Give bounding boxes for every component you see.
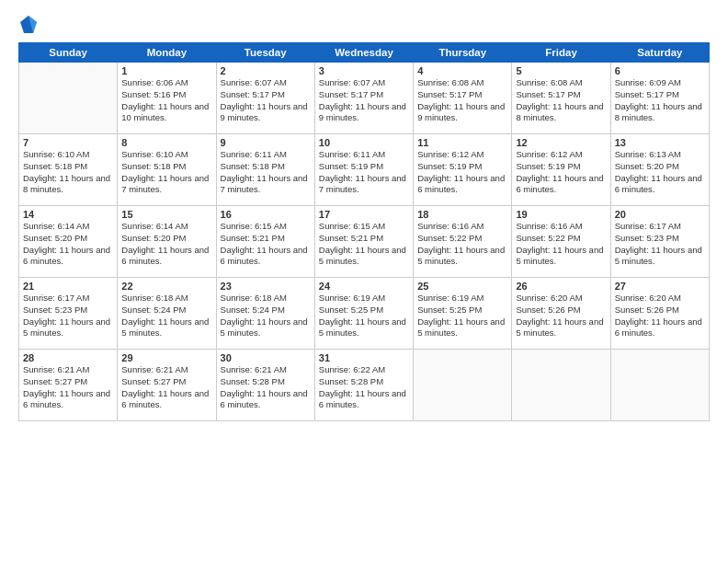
cell-info: Sunrise: 6:10 AMSunset: 5:18 PMDaylight:… [23,149,113,196]
day-number: 31 [319,352,409,363]
cell-info: Sunrise: 6:12 AMSunset: 5:19 PMDaylight:… [417,149,507,196]
calendar-cell: 1Sunrise: 6:06 AMSunset: 5:16 PMDaylight… [118,63,216,134]
cell-info: Sunrise: 6:21 AMSunset: 5:28 PMDaylight:… [221,364,311,411]
cell-info: Sunrise: 6:16 AMSunset: 5:22 PMDaylight:… [417,221,507,268]
calendar-cell: 20Sunrise: 6:17 AMSunset: 5:23 PMDayligh… [610,206,709,278]
day-number: 14 [23,209,113,220]
day-number: 6 [615,65,705,76]
cell-info: Sunrise: 6:17 AMSunset: 5:23 PMDaylight:… [23,293,113,339]
calendar-header-friday: Friday [512,43,610,63]
day-number: 27 [615,281,705,292]
day-number: 10 [319,137,409,148]
calendar-cell: 2Sunrise: 6:07 AMSunset: 5:17 PMDaylight… [216,63,314,134]
calendar-cell [414,350,512,421]
cell-info: Sunrise: 6:17 AMSunset: 5:23 PMDaylight:… [615,221,705,268]
cell-info: Sunrise: 6:22 AMSunset: 5:28 PMDaylight:… [319,364,409,411]
calendar-cell: 17Sunrise: 6:15 AMSunset: 5:21 PMDayligh… [314,206,413,278]
calendar-cell: 15Sunrise: 6:14 AMSunset: 5:20 PMDayligh… [118,206,216,278]
calendar-cell [512,350,610,421]
cell-info: Sunrise: 6:07 AMSunset: 5:17 PMDaylight:… [319,77,409,124]
day-number: 17 [319,209,409,220]
calendar-cell: 12Sunrise: 6:12 AMSunset: 5:19 PMDayligh… [512,134,610,206]
calendar-cell: 4Sunrise: 6:08 AMSunset: 5:17 PMDaylight… [414,63,512,134]
calendar: SundayMondayTuesdayWednesdayThursdayFrid… [18,42,710,421]
day-number: 3 [319,65,409,76]
calendar-cell: 18Sunrise: 6:16 AMSunset: 5:22 PMDayligh… [414,206,512,278]
day-number: 16 [221,209,311,220]
calendar-header-monday: Monday [118,43,216,63]
calendar-cell: 28Sunrise: 6:21 AMSunset: 5:27 PMDayligh… [19,350,118,421]
calendar-cell: 8Sunrise: 6:10 AMSunset: 5:18 PMDaylight… [118,134,216,206]
day-number: 30 [221,352,311,363]
cell-info: Sunrise: 6:16 AMSunset: 5:22 PMDaylight:… [516,221,606,268]
day-number: 19 [516,209,606,220]
calendar-header-wednesday: Wednesday [314,43,413,63]
logo-icon [19,15,38,35]
calendar-cell: 10Sunrise: 6:11 AMSunset: 5:19 PMDayligh… [314,134,413,206]
cell-info: Sunrise: 6:21 AMSunset: 5:27 PMDaylight:… [23,364,113,411]
calendar-header-row: SundayMondayTuesdayWednesdayThursdayFrid… [19,43,710,63]
calendar-cell: 30Sunrise: 6:21 AMSunset: 5:28 PMDayligh… [216,350,314,421]
cell-info: Sunrise: 6:08 AMSunset: 5:17 PMDaylight:… [417,77,507,124]
day-number: 26 [516,281,606,292]
day-number: 23 [221,281,311,292]
cell-info: Sunrise: 6:06 AMSunset: 5:16 PMDaylight:… [121,77,211,124]
cell-info: Sunrise: 6:09 AMSunset: 5:17 PMDaylight:… [615,77,705,124]
day-number: 4 [417,65,507,76]
logo [18,15,38,35]
cell-info: Sunrise: 6:10 AMSunset: 5:18 PMDaylight:… [121,149,211,196]
calendar-cell: 29Sunrise: 6:21 AMSunset: 5:27 PMDayligh… [118,350,216,421]
day-number: 20 [615,209,705,220]
cell-info: Sunrise: 6:07 AMSunset: 5:17 PMDaylight:… [221,77,311,124]
day-number: 2 [221,65,311,76]
calendar-cell: 23Sunrise: 6:18 AMSunset: 5:24 PMDayligh… [216,278,314,350]
calendar-week-3: 21Sunrise: 6:17 AMSunset: 5:23 PMDayligh… [19,278,710,350]
cell-info: Sunrise: 6:12 AMSunset: 5:19 PMDaylight:… [516,149,606,196]
cell-info: Sunrise: 6:20 AMSunset: 5:26 PMDaylight:… [615,293,705,339]
calendar-header-thursday: Thursday [414,43,512,63]
calendar-week-0: 1Sunrise: 6:06 AMSunset: 5:16 PMDaylight… [19,63,710,134]
cell-info: Sunrise: 6:19 AMSunset: 5:25 PMDaylight:… [319,293,409,339]
cell-info: Sunrise: 6:15 AMSunset: 5:21 PMDaylight:… [221,221,311,268]
calendar-cell: 3Sunrise: 6:07 AMSunset: 5:17 PMDaylight… [314,63,413,134]
calendar-cell [610,350,709,421]
day-number: 5 [516,65,606,76]
day-number: 29 [121,352,211,363]
day-number: 7 [23,137,113,148]
calendar-cell: 13Sunrise: 6:13 AMSunset: 5:20 PMDayligh… [610,134,709,206]
calendar-header-sunday: Sunday [19,43,118,63]
calendar-cell: 11Sunrise: 6:12 AMSunset: 5:19 PMDayligh… [414,134,512,206]
calendar-header-tuesday: Tuesday [216,43,314,63]
calendar-header-saturday: Saturday [610,43,709,63]
calendar-cell: 9Sunrise: 6:11 AMSunset: 5:18 PMDaylight… [216,134,314,206]
calendar-cell: 22Sunrise: 6:18 AMSunset: 5:24 PMDayligh… [118,278,216,350]
calendar-cell: 21Sunrise: 6:17 AMSunset: 5:23 PMDayligh… [19,278,118,350]
day-number: 11 [417,137,507,148]
calendar-cell: 25Sunrise: 6:19 AMSunset: 5:25 PMDayligh… [414,278,512,350]
calendar-cell: 6Sunrise: 6:09 AMSunset: 5:17 PMDaylight… [610,63,709,134]
calendar-cell: 7Sunrise: 6:10 AMSunset: 5:18 PMDaylight… [19,134,118,206]
calendar-cell: 27Sunrise: 6:20 AMSunset: 5:26 PMDayligh… [610,278,709,350]
day-number: 28 [23,352,113,363]
day-number: 22 [121,281,211,292]
calendar-cell [19,63,118,134]
day-number: 24 [319,281,409,292]
cell-info: Sunrise: 6:14 AMSunset: 5:20 PMDaylight:… [121,221,211,268]
calendar-cell: 16Sunrise: 6:15 AMSunset: 5:21 PMDayligh… [216,206,314,278]
calendar-cell: 14Sunrise: 6:14 AMSunset: 5:20 PMDayligh… [19,206,118,278]
cell-info: Sunrise: 6:08 AMSunset: 5:17 PMDaylight:… [516,77,606,124]
header [18,15,710,35]
cell-info: Sunrise: 6:13 AMSunset: 5:20 PMDaylight:… [615,149,705,196]
calendar-cell: 26Sunrise: 6:20 AMSunset: 5:26 PMDayligh… [512,278,610,350]
cell-info: Sunrise: 6:21 AMSunset: 5:27 PMDaylight:… [121,364,211,411]
day-number: 18 [417,209,507,220]
day-number: 15 [121,209,211,220]
calendar-cell: 19Sunrise: 6:16 AMSunset: 5:22 PMDayligh… [512,206,610,278]
cell-info: Sunrise: 6:18 AMSunset: 5:24 PMDaylight:… [121,293,211,339]
calendar-cell: 24Sunrise: 6:19 AMSunset: 5:25 PMDayligh… [314,278,413,350]
cell-info: Sunrise: 6:18 AMSunset: 5:24 PMDaylight:… [221,293,311,339]
day-number: 25 [417,281,507,292]
cell-info: Sunrise: 6:11 AMSunset: 5:18 PMDaylight:… [221,149,311,196]
cell-info: Sunrise: 6:14 AMSunset: 5:20 PMDaylight:… [23,221,113,268]
cell-info: Sunrise: 6:20 AMSunset: 5:26 PMDaylight:… [516,293,606,339]
